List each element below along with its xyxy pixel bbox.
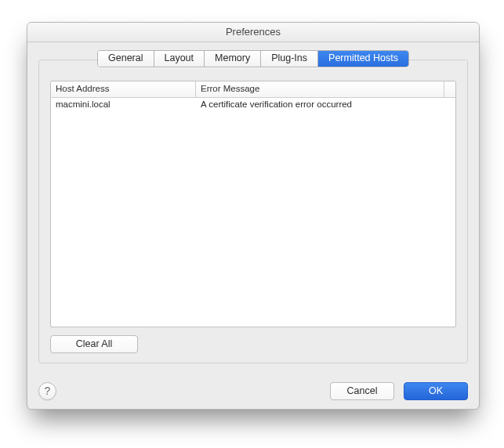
table-row[interactable]: macmini.local A certificate verification… xyxy=(51,98,455,112)
tab-layout[interactable]: Layout xyxy=(154,51,205,67)
hosts-table: Host Address Error Message macmini.local… xyxy=(50,81,456,327)
tab-bar: General Layout Memory Plug-Ins Permitted… xyxy=(27,50,479,67)
table-header: Host Address Error Message xyxy=(51,81,455,98)
dialog-footer: ? Cancel OK xyxy=(27,373,479,409)
clear-all-button[interactable]: Clear All xyxy=(50,335,138,353)
preferences-window: Preferences General Layout Memory Plug-I… xyxy=(27,22,480,410)
tab-general[interactable]: General xyxy=(98,51,154,67)
cell-message: A certificate verification error occurre… xyxy=(196,98,455,112)
column-error-message[interactable]: Error Message xyxy=(196,81,444,97)
help-button[interactable]: ? xyxy=(38,382,56,400)
tab-permitted-hosts[interactable]: Permitted Hosts xyxy=(318,51,408,67)
column-host-address[interactable]: Host Address xyxy=(51,81,196,97)
cell-host: macmini.local xyxy=(51,98,196,112)
tab-plugins[interactable]: Plug-Ins xyxy=(261,51,318,67)
tab-panel: Host Address Error Message macmini.local… xyxy=(38,60,468,363)
tab-memory[interactable]: Memory xyxy=(205,51,261,67)
ok-button[interactable]: OK xyxy=(404,382,468,400)
cancel-button[interactable]: Cancel xyxy=(330,382,394,400)
table-body[interactable]: macmini.local A certificate verification… xyxy=(51,98,455,327)
window-title: Preferences xyxy=(27,23,479,42)
column-spacer xyxy=(444,81,455,97)
